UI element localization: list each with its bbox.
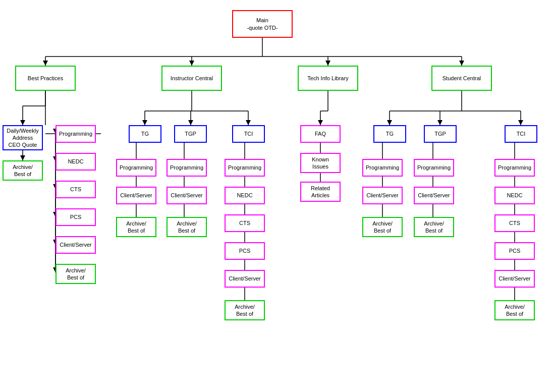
- svg-marker-9: [459, 61, 464, 66]
- bp-cs-node: Client/Server: [56, 236, 96, 254]
- til-known-node: Known Issues: [300, 153, 341, 173]
- sc-tgp-cs-node: Client/Server: [414, 187, 454, 204]
- svg-marker-14: [20, 120, 25, 125]
- svg-marker-75: [318, 120, 323, 125]
- tech-info-library-node: Tech Info Library: [298, 66, 358, 91]
- bp-pcs-node: PCS: [56, 208, 96, 226]
- svg-marker-89: [518, 120, 523, 125]
- sc-tgp-node: TGP: [424, 125, 457, 143]
- ic-tci-cs-node: Client/Server: [225, 270, 265, 288]
- svg-marker-6: [43, 61, 48, 66]
- sc-tgp-archive-node: Archive/ Best of: [414, 217, 454, 237]
- ic-tg-programming-node: Programming: [116, 159, 156, 177]
- til-related-node: Related Articles: [300, 182, 341, 202]
- main-node: Main -quote OTD-: [232, 10, 293, 38]
- svg-marker-41: [142, 120, 147, 125]
- ic-tci-cts-node: CTS: [225, 214, 265, 232]
- bp-daily-node: Daily/Weekly Address CEO Quote: [3, 125, 43, 150]
- sc-tci-cts-node: CTS: [494, 214, 535, 232]
- sc-tci-node: TCI: [505, 125, 537, 143]
- org-chart: Main -quote OTD- Best Practices Instruct…: [0, 0, 554, 392]
- bp-nedc-node: NEDC: [56, 153, 96, 171]
- ic-tgp-archive-node: Archive/ Best of: [167, 217, 207, 237]
- bp-archive2-node: Archive/ Best of: [56, 264, 96, 284]
- student-central-node: Student Central: [431, 66, 492, 91]
- svg-marker-7: [189, 61, 194, 66]
- svg-marker-85: [387, 120, 392, 125]
- svg-marker-43: [188, 120, 193, 125]
- ic-tgp-cs-node: Client/Server: [167, 187, 207, 204]
- bp-archive-node: Archive/ Best of: [3, 160, 43, 181]
- svg-marker-16: [20, 155, 25, 160]
- ic-tci-node: TCI: [232, 125, 265, 143]
- sc-tg-archive-node: Archive/ Best of: [362, 217, 403, 237]
- sc-tci-programming-node: Programming: [494, 159, 535, 177]
- sc-tci-archive-node: Archive/ Best of: [494, 300, 535, 320]
- ic-tci-archive-node: Archive/ Best of: [225, 300, 265, 320]
- ic-tci-programming-node: Programming: [225, 159, 265, 177]
- sc-tci-cs-node: Client/Server: [494, 270, 535, 288]
- sc-tci-pcs-node: PCS: [494, 242, 535, 260]
- bp-cts-node: CTS: [56, 181, 96, 198]
- ic-tgp-node: TGP: [174, 125, 207, 143]
- best-practices-node: Best Practices: [15, 66, 76, 91]
- sc-tg-node: TG: [373, 125, 406, 143]
- ic-tci-nedc-node: NEDC: [225, 187, 265, 204]
- ic-tgp-programming-node: Programming: [167, 159, 207, 177]
- svg-marker-87: [437, 120, 442, 125]
- bp-programming-node: Programming: [56, 125, 96, 143]
- ic-tg-cs-node: Client/Server: [116, 187, 156, 204]
- ic-tg-archive-node: Archive/ Best of: [116, 217, 156, 237]
- til-faq-node: FAQ: [300, 125, 341, 143]
- sc-tg-cs-node: Client/Server: [362, 187, 403, 204]
- sc-tg-programming-node: Programming: [362, 159, 403, 177]
- ic-tci-pcs-node: PCS: [225, 242, 265, 260]
- svg-marker-45: [246, 120, 251, 125]
- svg-marker-8: [325, 61, 330, 66]
- instructor-central-node: Instructor Central: [161, 66, 222, 91]
- sc-tgp-programming-node: Programming: [414, 159, 454, 177]
- sc-tci-nedc-node: NEDC: [494, 187, 535, 204]
- ic-tg-node: TG: [129, 125, 161, 143]
